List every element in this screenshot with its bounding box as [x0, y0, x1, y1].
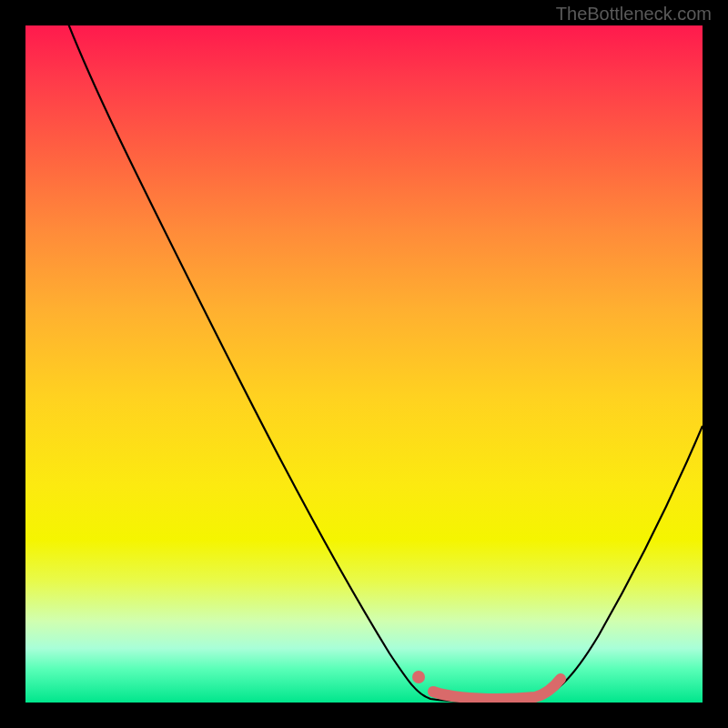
- plot-area: [25, 25, 703, 703]
- optimal-range-marker: [433, 679, 561, 699]
- watermark-text: TheBottleneck.com: [556, 4, 712, 25]
- marker-dot: [412, 671, 425, 683]
- bottleneck-curve: [62, 25, 703, 702]
- curve-svg: [25, 25, 703, 703]
